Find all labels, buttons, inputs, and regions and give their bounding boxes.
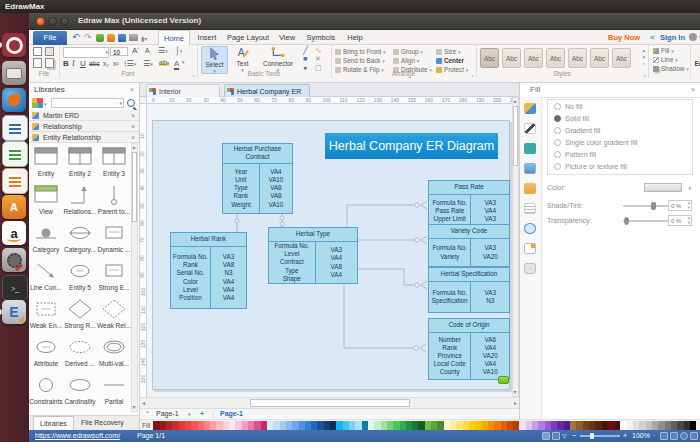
subscript-icon[interactable]: x₂ [103, 60, 109, 67]
close-libraries-icon[interactable]: × [130, 83, 134, 97]
slider-thumb[interactable] [651, 202, 656, 210]
shape-item-category[interactable]: Category... [63, 219, 97, 257]
file-menu-button[interactable]: File [33, 31, 67, 45]
option-no-fill[interactable]: No fill [554, 101, 690, 113]
edraw-max-icon[interactable]: E [2, 300, 26, 324]
entity-herbal-purchase-contract[interactable]: Herbal Purchase Contract Year Unit Type … [222, 143, 293, 214]
shape-item-derived[interactable]: Derived ... [63, 333, 97, 371]
shape-item-view[interactable]: View [29, 181, 63, 219]
page-tab[interactable]: Page-1 [156, 409, 179, 419]
bullet-list-icon[interactable]: ☰▾ [143, 59, 153, 68]
styles-dialog-launcher[interactable]: ⌞ [643, 71, 646, 77]
zoom-out-button[interactable]: − [572, 430, 576, 442]
attachment-icon[interactable] [524, 243, 536, 254]
shape-item-strong-e[interactable]: Strong E... [97, 257, 131, 295]
note-icon[interactable] [524, 203, 536, 214]
maximize-window-button[interactable] [60, 17, 69, 26]
search-icon[interactable] [127, 99, 135, 107]
styles-more-icon[interactable]: ▿ [642, 61, 645, 67]
shape-item-cardinality[interactable]: Cardinality [63, 371, 97, 409]
redo-icon[interactable]: ↷ [84, 32, 92, 43]
font-color-icon[interactable]: A [174, 59, 179, 70]
style-preset[interactable]: Abc [480, 48, 499, 68]
shape-item-category[interactable]: Category [29, 219, 63, 257]
zoom-slider[interactable] [580, 435, 620, 437]
customize-quick-access-icon[interactable]: ▮▾ [141, 34, 147, 45]
tab-help[interactable]: Help [342, 30, 368, 45]
font-dialog-launcher[interactable]: ⌞ [192, 71, 195, 77]
undo-icon[interactable]: ↶ [72, 32, 80, 43]
settings-gear-icon[interactable] [689, 33, 697, 41]
canvas-vertical-scrollbar[interactable]: ▴ ▾ [512, 97, 519, 397]
shape-item-line-con[interactable]: Line Con... [29, 257, 63, 295]
freeform-shape-icon[interactable]: ∿ [315, 46, 322, 55]
style-preset[interactable]: Abc [546, 48, 565, 68]
amazon-icon[interactable]: a [2, 221, 26, 245]
library-picker-dropdown-icon[interactable]: ▾ [44, 101, 47, 107]
file-manager-icon[interactable] [2, 61, 26, 85]
arrange-dialog-launcher[interactable]: ⌞ [471, 71, 474, 77]
style-preset[interactable]: Abc [502, 48, 521, 68]
current-page-label[interactable]: Page-1 [220, 409, 243, 419]
style-preset[interactable]: Abc [612, 48, 631, 68]
add-page-button[interactable]: + [200, 409, 204, 419]
libreoffice-calc-icon[interactable] [2, 141, 28, 167]
libreoffice-impress-icon[interactable] [2, 168, 28, 194]
fit-page-icon[interactable] [660, 432, 668, 440]
library-section-relationship[interactable]: Relationship× [29, 121, 139, 132]
shape-item-entity[interactable]: Entity [29, 143, 63, 181]
ubuntu-dash-icon[interactable] [2, 33, 26, 57]
buy-now-link[interactable]: Buy Now [608, 30, 640, 45]
library-picker-icon[interactable] [32, 98, 43, 108]
shape-item-strong-r[interactable]: Strong R... [63, 295, 97, 333]
shape-item-weak-rel[interactable]: Weak Rel... [97, 295, 131, 333]
palette-swatch[interactable] [690, 421, 696, 430]
shade-tint-value[interactable]: 0 %▴▾ [668, 200, 692, 211]
tab-page-layout[interactable]: Page Layout [224, 30, 272, 45]
copy-icon[interactable] [45, 58, 54, 68]
diagram-title[interactable]: Herbal Company ER Diagram [325, 133, 498, 159]
entity-code-of-origin[interactable]: Code of Origin Number Rank Province Loca… [428, 318, 510, 380]
close-library-icon[interactable]: × [131, 132, 135, 143]
minimize-window-button[interactable] [48, 17, 57, 26]
open-document-icon[interactable] [107, 34, 115, 42]
center-button[interactable]: Center [436, 57, 464, 64]
library-section-entity-relationship[interactable]: Entity Relationship× [29, 132, 139, 143]
window-title-bar[interactable]: Edraw Max (Unlicensed Version) [29, 13, 700, 30]
grid-view-icon[interactable] [670, 432, 678, 440]
shape-item-entity-2[interactable]: Entity 2 [63, 143, 97, 181]
send-to-back-button[interactable]: Send to Back ▾ [335, 57, 385, 64]
shape-item-parent-to[interactable]: Parent to... [97, 181, 131, 219]
page-tab-dropdown-icon[interactable]: ▾ [188, 409, 191, 419]
shape-item-dynamic[interactable]: Dynamic ... [97, 219, 131, 257]
close-library-icon[interactable]: × [131, 110, 135, 121]
italic-icon[interactable]: I [72, 59, 75, 68]
format-painter-icon[interactable] [45, 47, 54, 56]
shape-item-relations[interactable]: Relations... [63, 181, 97, 219]
shape-item-weak-en[interactable]: Weak En... [29, 295, 63, 333]
shape-item-entity-3[interactable]: Entity 3 [97, 143, 131, 181]
style-preset[interactable]: Abc [568, 48, 587, 68]
page-list-icon[interactable]: ⌃ [145, 409, 150, 419]
fill-button[interactable]: Fill ▾ [653, 47, 674, 54]
option-picture-texture-fill[interactable]: Picture or texture fill [554, 161, 690, 173]
libreoffice-writer-icon[interactable] [2, 115, 28, 141]
close-library-icon[interactable]: × [131, 121, 135, 132]
shape-item-entity-5[interactable]: Entity 5 [63, 257, 97, 295]
pan-view-icon[interactable] [552, 432, 560, 440]
canvas-horizontal-scrollbar[interactable]: ◂ ▸ [140, 397, 519, 408]
terminal-icon[interactable]: >_ [2, 275, 28, 301]
document-tab-herbal-company[interactable]: Herbal Company ER ...× [224, 84, 310, 97]
tab-home[interactable]: Home [158, 30, 190, 45]
library-section-martin-erd[interactable]: Martin ERD× [29, 110, 139, 121]
paste-icon[interactable] [33, 58, 42, 68]
line-format-icon[interactable] [524, 123, 536, 134]
bring-to-front-button[interactable]: Bring to Front ▾ [335, 48, 385, 55]
zoom-lens-icon[interactable] [680, 432, 688, 440]
fullscreen-icon[interactable] [690, 432, 698, 440]
editing-button[interactable]: Editing ▾ [690, 45, 700, 78]
option-solid-fill[interactable]: Solid fill [554, 113, 690, 125]
font-family-select[interactable]: ▾ [63, 47, 109, 58]
delete-shape-icon[interactable]: ✕ [315, 55, 321, 63]
size-button[interactable]: Size ▾ [436, 48, 461, 55]
